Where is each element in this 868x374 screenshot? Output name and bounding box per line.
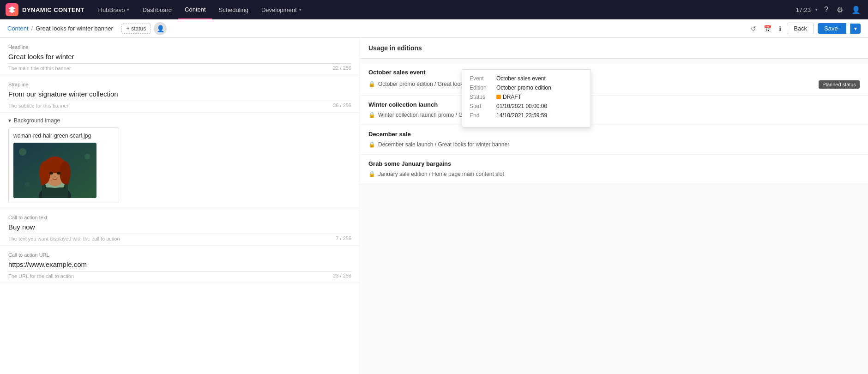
svg-point-13 xyxy=(84,154,90,159)
tooltip-end-row: End 14/10/2021 23:59:59 xyxy=(470,112,583,119)
strapline-label: Strapline xyxy=(8,82,351,87)
planned-status-tooltip: Planned status xyxy=(819,80,860,89)
cta-text-label: Call to action text xyxy=(8,215,351,220)
breadcrumb-current: Great looks for winter banner xyxy=(36,25,113,32)
nav-hubbravo[interactable]: HubBravo ▾ xyxy=(92,0,136,19)
edition-group-october: October sales event 🔒 October promo edit… xyxy=(360,63,868,96)
tooltip-end-value: 14/10/2021 23:59:59 xyxy=(496,112,547,119)
left-panel: Headline The main title of this banner 2… xyxy=(0,38,360,374)
headline-label: Headline xyxy=(8,44,351,50)
save-dropdown-button[interactable]: ▾ xyxy=(850,24,861,34)
cta-text-hint: The text you want displayed with the cal… xyxy=(8,236,120,241)
tooltip-event-label: Event xyxy=(470,75,493,82)
nav-content[interactable]: Content xyxy=(178,0,212,19)
chevron-down-icon: ▾ xyxy=(8,117,11,124)
svg-point-12 xyxy=(19,148,26,156)
edition-path-december: December sale launch / Great looks for w… xyxy=(378,141,509,148)
edition-group-title-october: October sales event xyxy=(368,69,860,76)
headline-count: 22 / 256 xyxy=(333,65,351,71)
nav-dashboard[interactable]: Dashboard xyxy=(136,0,178,19)
cta-url-input[interactable] xyxy=(8,259,351,271)
brand: DYNAMIC CONTENT xyxy=(6,3,84,16)
tooltip-edition-row: Edition October promo edition xyxy=(470,84,583,91)
tooltip-edition-value: October promo edition xyxy=(496,84,551,91)
cta-url-hint: The URL for the call to action xyxy=(8,273,74,279)
cta-url-label: Call to action URL xyxy=(8,252,351,258)
tooltip-event-value: October sales event xyxy=(496,75,546,82)
cta-text-section: Call to action text The text you want di… xyxy=(0,208,360,246)
development-dropdown-icon: ▾ xyxy=(299,7,301,12)
draft-status-icon xyxy=(496,95,501,99)
nav-right: 17:23 ▾ ? ⚙ 👤 xyxy=(796,4,862,16)
headline-section: Headline The main title of this banner 2… xyxy=(0,38,360,75)
time-dropdown-icon: ▾ xyxy=(815,7,818,12)
background-image-toggle[interactable]: ▾ Background image xyxy=(8,117,351,124)
strapline-hint: The subtitle for this banner xyxy=(8,103,68,109)
headline-hint: The main title of this banner xyxy=(8,66,71,71)
info-button[interactable]: ℹ xyxy=(777,23,783,34)
tooltip-status-row: Status DRAFT xyxy=(470,94,583,100)
breadcrumb-separator: / xyxy=(31,25,33,32)
breadcrumb-root[interactable]: Content xyxy=(7,25,29,32)
tooltip-end-label: End xyxy=(470,112,493,119)
edition-path-january: January sale edition / Home page main co… xyxy=(378,171,504,177)
edition-item-january: 🔒 January sale edition / Home page main … xyxy=(368,170,860,178)
tooltip-status-label: Status xyxy=(470,94,493,100)
edition-group-title-january: Grab some January bargains xyxy=(368,160,860,167)
hubbravo-dropdown-icon: ▾ xyxy=(127,7,129,12)
history-button[interactable]: ↺ xyxy=(749,23,758,34)
svg-point-10 xyxy=(49,172,53,175)
lock-icon-january: 🔒 xyxy=(368,171,375,177)
user-button[interactable]: 👤 xyxy=(850,4,862,16)
settings-button[interactable]: ⚙ xyxy=(835,4,845,16)
edition-group-winter: Winter collection launch 🔒 Winter collec… xyxy=(360,96,868,125)
edition-item-december: 🔒 December sale launch / Great looks for… xyxy=(368,140,860,149)
nav-scheduling[interactable]: Scheduling xyxy=(212,0,255,19)
breadcrumb-bar: Content / Great looks for winter banner … xyxy=(0,19,868,38)
tooltip-edition-label: Edition xyxy=(470,84,493,91)
lock-icon-winter: 🔒 xyxy=(368,112,375,118)
svg-point-11 xyxy=(57,172,60,175)
cta-url-section: Call to action URL The URL for the call … xyxy=(0,246,360,283)
lock-icon: 🔒 xyxy=(368,81,375,87)
background-image-name: woman-red-hair-green-scarf.jpg xyxy=(13,133,114,139)
background-image-preview xyxy=(13,143,96,198)
tooltip-start-value: 01/10/2021 00:00:00 xyxy=(496,103,547,109)
breadcrumb-actions: ↺ 📅 ℹ Back Save- ▾ xyxy=(749,23,861,34)
strapline-section: Strapline The subtitle for this banner 3… xyxy=(0,75,360,113)
right-panel: Usage in editions Event October sales ev… xyxy=(360,38,868,374)
edition-group-january: Grab some January bargains 🔒 January sal… xyxy=(360,155,868,184)
background-image-box: woman-red-hair-green-scarf.jpg xyxy=(8,127,119,203)
edition-item-winter: 🔒 Winter collection launch promo / Great… xyxy=(368,111,860,119)
edition-tooltip-popup: Event October sales event Edition Octobe… xyxy=(462,69,591,127)
user-avatar: 👤 xyxy=(154,22,167,35)
tooltip-event-row: Event October sales event xyxy=(470,75,583,82)
background-image-section: ▾ Background image woman-red-hair-green-… xyxy=(0,113,360,208)
cta-text-count: 7 / 256 xyxy=(336,235,351,241)
portrait-image xyxy=(13,143,96,198)
edition-group-title-december: December sale xyxy=(368,131,860,138)
brand-icon xyxy=(6,3,18,16)
tooltip-start-row: Start 01/10/2021 00:00:00 xyxy=(470,103,583,109)
nav-development[interactable]: Development ▾ xyxy=(255,0,308,19)
add-status-button[interactable]: + status xyxy=(121,24,151,34)
headline-input[interactable] xyxy=(8,52,351,64)
main-layout: Headline The main title of this banner 2… xyxy=(0,38,868,374)
lock-icon-december: 🔒 xyxy=(368,141,375,148)
calendar-button[interactable]: 📅 xyxy=(762,23,773,34)
top-navigation: DYNAMIC CONTENT HubBravo ▾ Dashboard Con… xyxy=(0,0,868,19)
brand-name: DYNAMIC CONTENT xyxy=(22,6,84,13)
svg-point-14 xyxy=(25,182,30,187)
current-time: 17:23 xyxy=(796,6,811,13)
tooltip-start-label: Start xyxy=(470,103,493,109)
edition-groups: October sales event 🔒 October promo edit… xyxy=(360,63,868,184)
help-button[interactable]: ? xyxy=(822,4,830,16)
edition-group-title-winter: Winter collection launch xyxy=(368,101,860,108)
strapline-input[interactable] xyxy=(8,89,351,101)
tooltip-status-value: DRAFT xyxy=(496,94,521,100)
edition-item-october: 🔒 October promo edition / Great looks fo… xyxy=(368,78,860,90)
back-button[interactable]: Back xyxy=(787,23,814,34)
cta-text-input[interactable] xyxy=(8,222,351,234)
save-button[interactable]: Save- xyxy=(818,23,846,34)
strapline-count: 36 / 256 xyxy=(333,103,351,108)
